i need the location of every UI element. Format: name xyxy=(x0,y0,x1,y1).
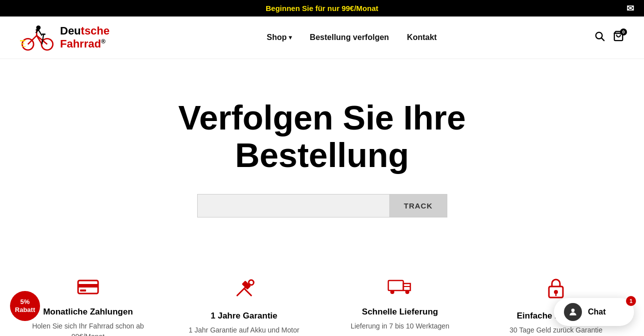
logo-area: Deutsche Fahrrad® xyxy=(20,22,110,52)
top-banner: Beginnen Sie für nur 99€/Monat ✉ xyxy=(0,0,644,16)
chat-widget[interactable]: Chat 1 xyxy=(554,298,634,326)
feature-warranty-title: 1 Jahre Garantie xyxy=(178,311,310,321)
feature-warranty: 1 Jahre Garantie 1 Jahr Garantie auf Akk… xyxy=(166,268,322,336)
feature-delivery-desc: Lieferung in 7 bis 10 Werktagen xyxy=(334,321,466,332)
search-icon xyxy=(594,30,605,42)
logo-deutsche: Deutsche xyxy=(60,24,110,37)
logo-image xyxy=(20,22,55,52)
svg-rect-20 xyxy=(80,290,86,292)
svg-line-10 xyxy=(39,30,42,36)
credit-card-icon xyxy=(22,278,154,300)
svg-point-33 xyxy=(571,308,575,312)
search-button[interactable] xyxy=(594,30,605,44)
hero-section: Verfolgen Sie Ihre Bestellung TRACK xyxy=(0,59,644,248)
chat-notification-count: 1 xyxy=(626,296,636,306)
feature-payment-title: Monatliche Zahlungen xyxy=(22,307,154,317)
chat-avatar xyxy=(564,303,582,321)
header-icons: 0 xyxy=(594,30,624,44)
feature-warranty-desc: 1 Jahr Garantie auf Akku und Motor xyxy=(178,325,310,336)
tools-icon xyxy=(178,278,310,304)
discount-label: Rabatt xyxy=(15,306,35,314)
track-input[interactable] xyxy=(197,194,390,218)
discount-percent: 5% xyxy=(21,298,30,306)
svg-rect-19 xyxy=(78,284,98,288)
main-nav: Shop ▾ Bestellung verfolgen Kontakt xyxy=(267,33,437,42)
track-form: TRACK xyxy=(197,194,447,218)
svg-rect-26 xyxy=(388,280,403,290)
hero-title: Verfolgen Sie Ihre Bestellung xyxy=(122,99,522,174)
features-section: Monatliche Zahlungen Holen Sie sich Ihr … xyxy=(0,248,644,336)
discount-badge[interactable]: 5% Rabatt xyxy=(10,291,40,321)
chat-label: Chat xyxy=(588,308,606,316)
svg-point-9 xyxy=(36,26,41,30)
logo-text: Deutsche Fahrrad® xyxy=(60,24,110,51)
svg-point-27 xyxy=(390,290,394,294)
cart-count: 0 xyxy=(620,28,627,36)
track-button[interactable]: TRACK xyxy=(389,194,447,218)
nav-contact[interactable]: Kontakt xyxy=(407,33,437,42)
feature-payment-desc: Holen Sie sich Ihr Fahrrad schon ab 99€/… xyxy=(22,321,154,336)
svg-point-28 xyxy=(405,290,409,294)
feature-delivery-title: Schnelle Lieferung xyxy=(334,307,466,317)
header: Deutsche Fahrrad® Shop ▾ Bestellung verf… xyxy=(0,16,644,59)
svg-line-2 xyxy=(28,36,37,44)
logo-fahrrad: Fahrrad xyxy=(60,38,101,50)
truck-icon xyxy=(334,278,466,300)
cart-button[interactable]: 0 xyxy=(613,30,624,44)
banner-text: Beginnen Sie für nur 99€/Monat xyxy=(266,4,378,12)
chevron-down-icon: ▾ xyxy=(289,34,292,41)
nav-shop[interactable]: Shop ▾ xyxy=(267,33,292,42)
logo-reg: ® xyxy=(101,38,106,45)
email-icon[interactable]: ✉ xyxy=(626,3,634,14)
svg-line-23 xyxy=(244,288,251,296)
feature-delivery: Schnelle Lieferung Lieferung in 7 bis 10… xyxy=(322,268,478,336)
svg-point-31 xyxy=(554,290,558,294)
svg-line-16 xyxy=(601,38,604,40)
feature-return-desc: 30 Tage Geld zurück Garantie xyxy=(490,325,622,336)
nav-track-order[interactable]: Bestellung verfolgen xyxy=(310,33,389,42)
